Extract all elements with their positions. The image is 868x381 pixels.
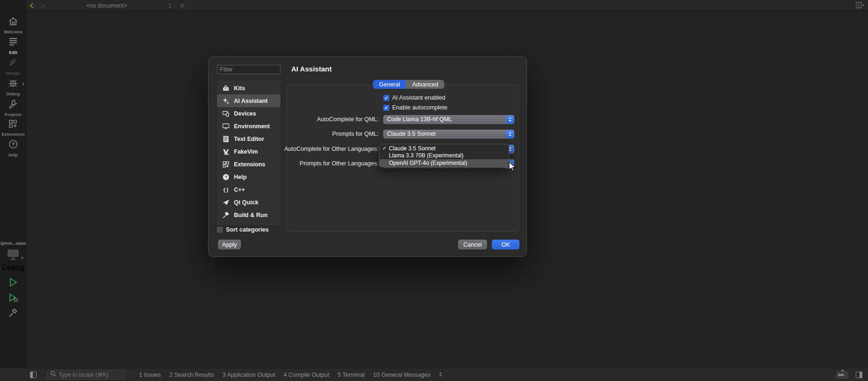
tab-advanced[interactable]: Advanced [406, 80, 444, 89]
help-icon: ? [222, 173, 230, 181]
pane-overflow-icon[interactable] [439, 371, 442, 379]
forward-icon[interactable] [37, 3, 47, 8]
braces-icon: { } [222, 186, 230, 194]
menu-item-claude[interactable]: ✓ Claude 3.5 Sonnet [380, 145, 509, 152]
divider [130, 371, 130, 379]
divider [187, 2, 188, 9]
ai-assistant-enabled-row: ✓ AI Assistant enabled [383, 94, 445, 101]
kit-selector[interactable]: Debug [0, 249, 26, 272]
autocomplete-other-label: AutoComplete for Other Languages: [227, 145, 379, 154]
cancel-button[interactable]: Cancel [458, 240, 487, 249]
svg-text:?: ? [12, 141, 15, 147]
sort-categories-checkbox[interactable] [217, 227, 223, 233]
enable-autocomplete-checkbox[interactable]: ✓ [383, 105, 389, 111]
sidebar-item-debug[interactable]: Debug [0, 78, 26, 96]
filter-input[interactable] [217, 65, 280, 74]
close-document-icon[interactable] [178, 3, 186, 8]
search-icon [50, 371, 56, 379]
sidebar-item-edit[interactable]: Edit [0, 37, 26, 55]
sidebar-item-design: Design [0, 57, 26, 76]
menu-item-label: OpenAI GPT-4o (Experimental) [389, 160, 467, 166]
svg-text:?: ? [225, 175, 227, 179]
pane-general-messages[interactable]: 10 General Messages [373, 372, 430, 378]
apply-button[interactable]: Apply [218, 240, 241, 249]
ai-assistant-enabled-checkbox[interactable]: ✓ [383, 95, 389, 101]
svg-text:{ }: { } [224, 187, 229, 193]
category-item-cpp[interactable]: { } C++ [217, 183, 280, 196]
category-label: AI Assistant [234, 98, 268, 104]
menu-item-label: Claude 3.5 Sonnet [389, 145, 435, 152]
sidebar-item-label: Welcome [4, 30, 23, 34]
pane-application-output[interactable]: 3 Application Output [223, 372, 275, 378]
category-item-qt-quick[interactable]: Qt Quick [217, 196, 280, 209]
autocomplete-qml-select[interactable]: Code Llama 13B-hf QML [383, 115, 514, 124]
editor-topbar: <no document> [26, 0, 868, 11]
select-stepper-icon [506, 116, 514, 124]
page-title: AI Assistant [291, 65, 332, 73]
sidebar-item-label: Edit [9, 50, 17, 55]
home-icon [8, 16, 19, 28]
sort-categories-label: Sort categories [226, 226, 269, 233]
sidebar-item-label: Extensions [1, 132, 24, 137]
document-title: <no document> [47, 2, 166, 9]
prompts-qml-label: Prompts for QML: [227, 130, 379, 139]
sparkles-icon [222, 97, 230, 105]
run-button[interactable] [8, 277, 19, 288]
category-label: Build & Run [234, 212, 268, 218]
select-stepper-icon [506, 130, 514, 138]
hammer-icon [222, 211, 230, 219]
select-value: Code Llama 13B-hf QML [387, 115, 452, 124]
category-label: Kits [234, 85, 245, 92]
locator-input[interactable] [59, 372, 115, 378]
pane-terminal[interactable]: 5 Terminal [338, 372, 364, 378]
build-button[interactable] [8, 307, 19, 319]
toggle-right-sidebar-icon[interactable] [856, 372, 862, 378]
debug-run-button[interactable] [8, 292, 19, 303]
locator-field[interactable] [47, 370, 125, 380]
document-dropdown-icon[interactable] [166, 3, 174, 8]
sidebar-item-extensions[interactable]: Extensions [0, 118, 26, 137]
pane-compile-output[interactable]: 4 Compile Output [284, 372, 329, 378]
paper-plane-icon [222, 199, 230, 206]
ok-button[interactable]: OK [492, 240, 519, 249]
toggle-left-sidebar-icon[interactable] [30, 372, 37, 378]
back-icon[interactable] [26, 3, 37, 8]
help-icon: ? [8, 139, 18, 151]
prompts-other-label: Prompts for Other Languages: [227, 159, 379, 168]
tab-general[interactable]: General [373, 80, 406, 89]
autocomplete-qml-label: AutoComplete for QML: [227, 115, 379, 124]
split-editor-icon[interactable] [856, 2, 864, 10]
enable-autocomplete-row: ✓ Enable autocomplete [383, 104, 447, 111]
menu-item-gpt4o[interactable]: OpenAI GPT-4o (Experimental) [380, 159, 509, 167]
active-project-label: QtAIA...stant [0, 241, 26, 246]
mode-sidebar: Welcome Edit Design Debug Project [0, 0, 26, 368]
checkbox-label: Enable autocomplete [392, 104, 447, 111]
category-item-build-run[interactable]: Build & Run [217, 209, 280, 221]
menu-item-label: Llama 3.3 70B (Experimental) [389, 152, 464, 159]
pane-search-results[interactable]: 2 Search Results [170, 372, 214, 378]
sort-categories-row: Sort categories [217, 226, 269, 233]
kit-label: Debug [2, 264, 24, 272]
chevron-right-icon[interactable] [23, 82, 24, 86]
sidebar-item-help[interactable]: ? Help [0, 139, 26, 157]
toolbox-icon [222, 85, 230, 92]
chevron-right-icon[interactable] [22, 256, 23, 260]
menu-item-llama[interactable]: Llama 3.3 70B (Experimental) [380, 152, 509, 160]
sidebar-item-label: Design [6, 71, 21, 76]
sidebar-item-projects[interactable]: Projects [0, 99, 26, 117]
document-tab[interactable]: <no document> [26, 0, 190, 11]
checkbox-label: AI Assistant enabled [392, 94, 445, 101]
text-lines-icon [8, 37, 19, 49]
category-label: C++ [234, 187, 245, 193]
bug-icon [8, 78, 19, 90]
category-item-kits[interactable]: Kits [217, 82, 280, 94]
build-progress-button[interactable] [836, 371, 848, 379]
sidebar-item-label: Projects [5, 112, 22, 117]
model-dropdown-menu: ✓ Claude 3.5 Sonnet Llama 3.3 70B (Exper… [379, 144, 509, 167]
pane-issues[interactable]: 1 Issues [139, 372, 161, 378]
qt-creator-window: <no document> Welcome Edit [0, 0, 868, 381]
category-item-ai-assistant[interactable]: AI Assistant [217, 94, 280, 107]
category-item-help[interactable]: ? Help [217, 171, 280, 183]
sidebar-item-welcome[interactable]: Welcome [0, 16, 26, 34]
prompts-qml-select[interactable]: Claude 3.5 Sonnet [383, 130, 514, 139]
